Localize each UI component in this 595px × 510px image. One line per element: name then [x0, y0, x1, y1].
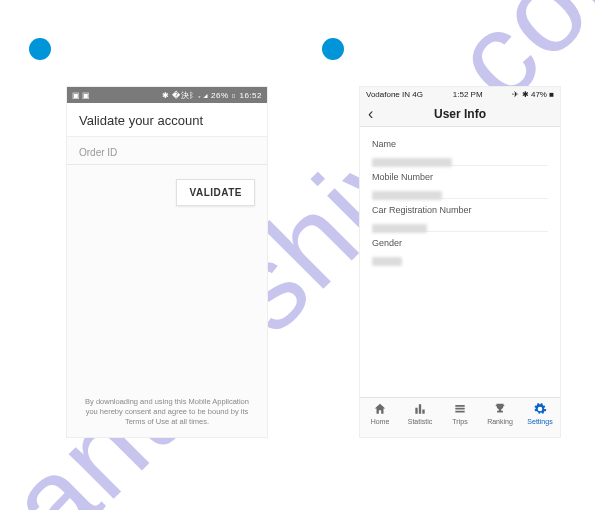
tab-label: Statistic [408, 418, 433, 425]
tab-label: Settings [527, 418, 552, 425]
back-button[interactable]: ‹ [368, 105, 373, 123]
field-label-mobile: Mobile Number [372, 172, 548, 182]
android-screenshot: ▣ ▣ ✱ �決ᛒ ▿◢ 26% ▯ 16:52 Validate your a… [67, 87, 267, 437]
tab-ranking[interactable]: Ranking [480, 398, 520, 437]
tab-label: Ranking [487, 418, 513, 425]
field-value-mobile [372, 186, 548, 199]
terms-footer: By downloading and using this Mobile App… [67, 397, 267, 427]
field-value-gender [372, 252, 548, 264]
tab-statistic[interactable]: Statistic [400, 398, 440, 437]
page-title: Validate your account [67, 103, 267, 137]
footer-line: you hereby consent and agree to be bound… [86, 407, 249, 416]
ios-screenshot: Vodafone IN 4G 1:52 PM ✈ ✱ 47% ■ ‹ User … [360, 87, 560, 437]
status-bar: ▣ ▣ ✱ �決ᛒ ▿◢ 26% ▯ 16:52 [67, 87, 267, 103]
footer-line: By downloading and using this Mobile App… [85, 397, 249, 406]
status-battery: ✈ ✱ 47% ■ [512, 90, 554, 99]
gear-icon [533, 402, 547, 416]
list-icon [453, 402, 467, 416]
blue-bullet [322, 38, 344, 60]
tab-home[interactable]: Home [360, 398, 400, 437]
validate-button[interactable]: VALIDATE [176, 179, 255, 206]
nav-title: User Info [434, 107, 486, 121]
tab-bar: Home Statistic Trips Ranking Settings [360, 397, 560, 437]
status-time: 1:52 PM [453, 90, 483, 99]
status-carrier: Vodafone IN 4G [366, 90, 423, 99]
tab-settings[interactable]: Settings [520, 398, 560, 437]
trophy-icon [493, 402, 507, 416]
footer-line: Terms of Use at all times. [125, 417, 209, 426]
tab-label: Home [371, 418, 390, 425]
field-label-gender: Gender [372, 238, 548, 248]
blue-bullet [29, 38, 51, 60]
field-label-name: Name [372, 139, 548, 149]
status-left-icons: ▣ ▣ [72, 91, 90, 100]
tab-label: Trips [452, 418, 467, 425]
status-bar: Vodafone IN 4G 1:52 PM ✈ ✱ 47% ■ [360, 87, 560, 101]
field-value-name [372, 153, 548, 166]
order-id-field[interactable]: Order ID [67, 137, 267, 165]
field-value-car [372, 219, 548, 232]
nav-bar: ‹ User Info [360, 101, 560, 127]
home-icon [373, 402, 387, 416]
chart-icon [413, 402, 427, 416]
tab-trips[interactable]: Trips [440, 398, 480, 437]
status-right-icons: ✱ �決ᛒ ▿◢ 26% ▯ 16:52 [162, 90, 262, 101]
field-label-car: Car Registration Number [372, 205, 548, 215]
